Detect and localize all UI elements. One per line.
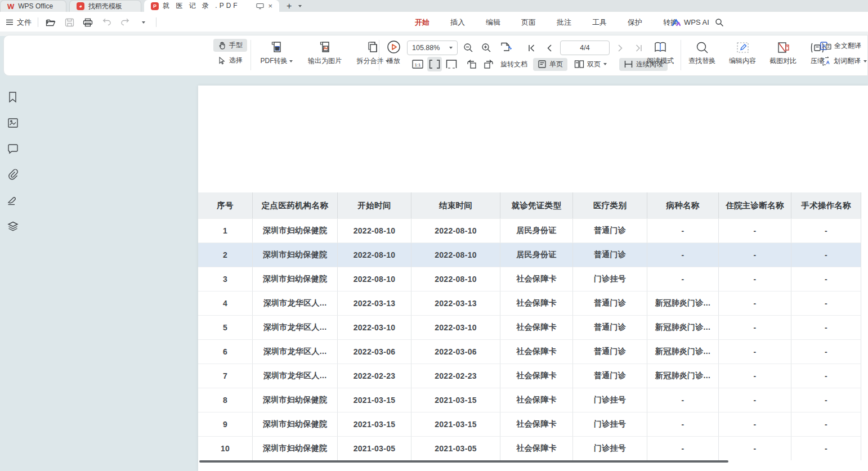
actual-size-icon[interactable]: 1:1 bbox=[410, 57, 425, 71]
menu-item-编辑[interactable]: 编辑 bbox=[485, 17, 502, 28]
table-cell: - bbox=[719, 364, 791, 388]
table-cell: 深圳市龙华区人... bbox=[253, 291, 338, 315]
hand-tool-label: 手型 bbox=[229, 41, 243, 50]
redo-icon[interactable] bbox=[119, 16, 131, 29]
layers-icon[interactable] bbox=[6, 219, 20, 234]
save-icon[interactable] bbox=[63, 16, 75, 29]
first-page-icon[interactable] bbox=[524, 41, 539, 55]
fit-page-icon[interactable] bbox=[444, 57, 459, 71]
table-cell: 3 bbox=[198, 267, 253, 291]
table-cell: 深圳市龙华区人... bbox=[253, 364, 338, 388]
previous-page-icon[interactable] bbox=[542, 41, 557, 55]
zoom-out-icon[interactable] bbox=[461, 41, 476, 55]
table-cell: - bbox=[791, 218, 861, 243]
table-cell: - bbox=[791, 243, 861, 267]
export-as-image-button[interactable]: 输出为图片 bbox=[305, 39, 345, 66]
thumbnail-icon[interactable] bbox=[6, 115, 20, 130]
table-cell: - bbox=[791, 339, 861, 364]
play-label: 播放 bbox=[387, 56, 400, 66]
signature-pen-icon[interactable] bbox=[6, 193, 20, 208]
comment-icon[interactable] bbox=[6, 141, 20, 156]
table-header-cell: 定点医药机构名称 bbox=[253, 192, 338, 218]
cursor-icon bbox=[218, 56, 226, 65]
rotate-right-icon[interactable] bbox=[481, 57, 496, 71]
table-cell: 7 bbox=[198, 364, 253, 388]
table-body: 1深圳市妇幼保健院2022-08-102022-08-10居民身份证普通门诊--… bbox=[198, 218, 861, 460]
zoom-in-icon[interactable] bbox=[479, 41, 494, 55]
table-header-cell: 序号 bbox=[198, 192, 253, 218]
table-cell: - bbox=[719, 243, 791, 267]
table-cell: 2021-03-05 bbox=[338, 436, 411, 460]
undo-icon[interactable] bbox=[100, 16, 113, 29]
table-cell: 普通门诊 bbox=[573, 315, 647, 339]
menu-item-批注[interactable]: 批注 bbox=[556, 17, 572, 28]
table-cell: 普通门诊 bbox=[573, 218, 647, 243]
table-cell: 2022-08-10 bbox=[338, 267, 411, 291]
rotate-document-label[interactable]: 旋转文档 bbox=[500, 60, 527, 69]
double-page-label: 双页 bbox=[587, 60, 601, 69]
hand-tool-button[interactable]: 手型 bbox=[213, 39, 247, 52]
double-page-icon bbox=[574, 60, 584, 69]
double-page-button[interactable]: 双页 bbox=[570, 58, 611, 71]
menu-item-开始[interactable]: 开始 bbox=[414, 17, 431, 28]
file-menu-button[interactable]: 文件 bbox=[6, 17, 32, 28]
table-row: 8深圳市妇幼保健院2021-03-152021-03-15社会保障卡门诊挂号--… bbox=[198, 388, 861, 412]
fit-width-icon[interactable] bbox=[427, 57, 442, 71]
table-cell: - bbox=[647, 436, 719, 460]
menu-item-插入[interactable]: 插入 bbox=[449, 17, 466, 28]
menu-item-页面[interactable]: 页面 bbox=[520, 17, 537, 28]
table-cell: 新冠肺炎门诊... bbox=[647, 291, 719, 315]
page-number-box[interactable]: 4/4 bbox=[560, 41, 610, 55]
edit-content-button[interactable]: 编辑内容 bbox=[724, 39, 760, 66]
tab-list-dropdown-icon[interactable] bbox=[296, 0, 304, 12]
ribbon-search-icon[interactable] bbox=[715, 12, 724, 33]
read-mode-label: 阅读模式 bbox=[647, 56, 674, 66]
table-cell: 深圳市龙华区人... bbox=[253, 339, 338, 364]
divider bbox=[156, 17, 156, 27]
attachment-icon[interactable] bbox=[6, 167, 20, 182]
close-tab-icon[interactable]: × bbox=[268, 2, 272, 10]
rotate-left-icon[interactable] bbox=[464, 57, 479, 71]
menu-item-工具[interactable]: 工具 bbox=[591, 17, 608, 28]
find-replace-button[interactable]: 查找替换 bbox=[684, 39, 720, 66]
svg-text:A: A bbox=[822, 43, 826, 49]
menu-item-保护[interactable]: 保护 bbox=[627, 17, 643, 28]
play-slideshow-button[interactable]: 播放 bbox=[380, 39, 407, 66]
print-icon[interactable] bbox=[82, 16, 94, 29]
window-tab-bar: W WPS Office ◕ 找稻壳模板 P 就 医 记 录 .PDF × + bbox=[0, 0, 868, 12]
table-cell: 2022-03-06 bbox=[411, 339, 500, 364]
table-cell: 居民身份证 bbox=[500, 243, 573, 267]
tab-wps-home[interactable]: W WPS Office bbox=[0, 0, 66, 12]
table-cell: 深圳市龙华区人... bbox=[253, 315, 338, 339]
open-file-icon[interactable] bbox=[44, 16, 57, 29]
table-cell: 社会保障卡 bbox=[500, 436, 573, 460]
wps-ai-button[interactable]: WPS AI bbox=[672, 12, 709, 33]
present-to-screen-icon[interactable] bbox=[256, 3, 264, 10]
divider bbox=[250, 40, 251, 70]
tab-docer-templates[interactable]: ◕ 找稻壳模板 bbox=[69, 0, 141, 12]
zoom-level-combobox[interactable]: 105.88% bbox=[407, 41, 458, 55]
single-page-button[interactable]: 单页 bbox=[533, 58, 567, 71]
export-image-icon bbox=[318, 39, 332, 54]
quick-access-dropdown-icon[interactable] bbox=[137, 16, 150, 29]
bookmark-icon[interactable] bbox=[6, 89, 20, 104]
table-row: 1深圳市妇幼保健院2022-08-102022-08-10居民身份证普通门诊--… bbox=[198, 218, 861, 243]
zoom-level-value: 105.88% bbox=[412, 44, 440, 52]
next-page-icon[interactable] bbox=[613, 41, 628, 55]
select-tool-button[interactable]: 选择 bbox=[213, 54, 247, 67]
table-cell: 深圳市妇幼保健院 bbox=[253, 436, 338, 460]
word-translate-button[interactable]: 文A 划词翻译 bbox=[816, 55, 868, 68]
full-text-translate-button[interactable]: A文 全文翻译 bbox=[816, 39, 868, 52]
tab-document-pdf[interactable]: P 就 医 记 录 .PDF × bbox=[144, 0, 279, 12]
new-tab-button[interactable]: + bbox=[282, 0, 296, 12]
read-mode-button[interactable]: 阅读模式 bbox=[643, 39, 677, 66]
table-cell: 门诊挂号 bbox=[573, 388, 647, 412]
table-header-cell: 就诊凭证类型 bbox=[500, 192, 573, 218]
table-cell: - bbox=[719, 291, 791, 315]
table-bottom-scrollbar[interactable] bbox=[199, 460, 728, 463]
play-icon bbox=[387, 39, 401, 54]
auto-scroll-pages-icon[interactable] bbox=[497, 41, 516, 55]
find-replace-icon bbox=[696, 39, 709, 54]
pdf-convert-button[interactable]: W PDF转换 bbox=[254, 39, 299, 66]
screenshot-compare-button[interactable]: 截图对比 bbox=[765, 39, 801, 66]
